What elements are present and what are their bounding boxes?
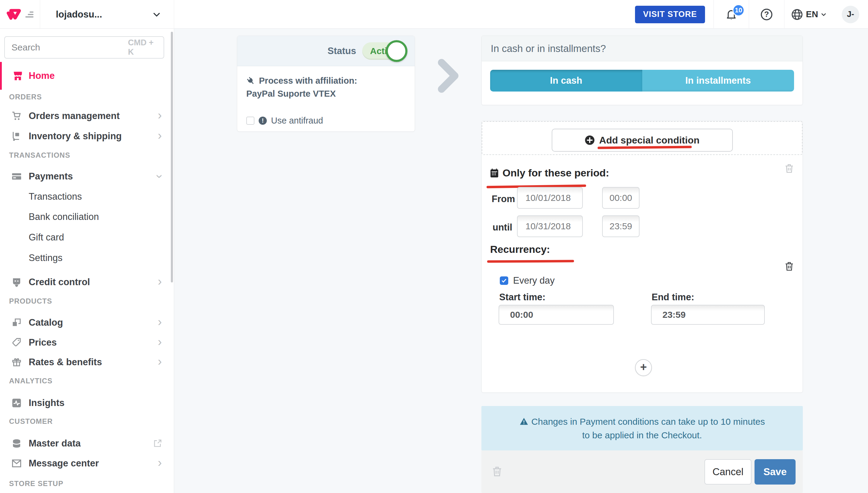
every-day-row: Every day: [500, 275, 555, 286]
external-link-icon: [153, 438, 162, 448]
warning-icon: [519, 417, 528, 426]
chevron-right-icon: ›: [158, 336, 162, 348]
section-label-products: PRODUCTS: [9, 297, 52, 305]
cancel-button[interactable]: Cancel: [704, 459, 752, 485]
payment-mode-tabs: In cash In installments: [490, 70, 794, 91]
globe-icon: [791, 8, 803, 21]
chevron-right-icon: ›: [158, 456, 162, 469]
section-label-customer: CUSTOMER: [9, 417, 53, 426]
sidebar-item-label: Inventory & shipping: [29, 131, 122, 142]
vtex-logo[interactable]: [0, 0, 40, 29]
chevron-right-icon: ›: [158, 316, 162, 328]
sidebar-item-inventory-shipping[interactable]: Inventory & shipping ›: [0, 127, 174, 146]
sidebar-item-transactions[interactable]: Transactions: [0, 187, 174, 206]
language-code: EN: [806, 9, 818, 19]
sidebar-item-label: Rates & benefits: [29, 357, 102, 368]
chevron-right-icon: [436, 58, 461, 94]
sidebar-item-master-data[interactable]: Master data: [0, 434, 174, 453]
insights-icon: [11, 397, 22, 409]
sidebar-item-label: Transactions: [29, 191, 82, 202]
sidebar-item-settings[interactable]: Settings: [0, 249, 174, 267]
sidebar-item-label: Gift card: [29, 232, 64, 243]
handtruck-icon: [11, 130, 22, 142]
sidebar-item-rates-benefits[interactable]: Rates & benefits ›: [0, 353, 174, 371]
chevron-right-icon: ›: [158, 275, 162, 287]
chevron-right-icon: ›: [158, 129, 162, 142]
every-day-label: Every day: [513, 275, 555, 286]
delete-recurrency-button[interactable]: [784, 261, 795, 273]
status-toggle[interactable]: Active: [362, 42, 405, 60]
sidebar-scrollbar[interactable]: [171, 32, 173, 282]
tab-in-installments[interactable]: In installments: [642, 70, 794, 91]
gift-icon: [11, 357, 22, 368]
tab-in-cash[interactable]: In cash: [490, 70, 642, 91]
from-label: From: [492, 194, 515, 205]
store-selector[interactable]: lojadosu...: [40, 0, 174, 29]
check-icon: [501, 278, 507, 284]
sidebar-item-catalog[interactable]: Catalog ›: [0, 313, 174, 332]
sidebar-item-payments[interactable]: Payments ›: [0, 167, 174, 186]
user-avatar[interactable]: J-: [842, 6, 859, 23]
save-button[interactable]: Save: [755, 459, 796, 485]
sidebar-search: CMD + K: [4, 36, 164, 59]
method-card-header: Status Active: [237, 36, 415, 66]
sidebar-item-credit-control[interactable]: Credit control ›: [0, 273, 174, 292]
section-label-orders: ORDERS: [9, 93, 42, 101]
affiliation-title: Process with affiliation:: [259, 76, 357, 86]
topbar: lojadosu... VISIT STORE 10 ?: [0, 0, 868, 29]
catalog-icon: [11, 317, 22, 328]
vtex-logo-icon: [6, 7, 24, 21]
antifraud-checkbox[interactable]: [246, 116, 254, 125]
cart-icon: [11, 110, 22, 122]
main-content: Status Active Process with affiliation: …: [174, 29, 868, 493]
every-day-checkbox[interactable]: [500, 276, 508, 285]
sidebar-item-orders-management[interactable]: Orders management ›: [0, 107, 174, 125]
store-home-icon: [12, 70, 24, 82]
calendar-icon: [489, 168, 500, 178]
carousel-next-button[interactable]: [436, 58, 461, 94]
add-special-condition-button[interactable]: Add special condition: [552, 129, 733, 152]
active-indicator: [0, 62, 2, 90]
sidebar-item-message-center[interactable]: Message center ›: [0, 454, 174, 473]
sidebar-item-label: Message center: [29, 458, 99, 469]
visit-store-button[interactable]: VISIT STORE: [635, 6, 705, 23]
add-recurrency-button[interactable]: +: [635, 359, 652, 376]
sidebar-item-bank-conciliation[interactable]: Bank conciliation: [0, 208, 174, 226]
conditions-panel: In cash or in installments? In cash In i…: [481, 36, 803, 493]
end-time-input[interactable]: [651, 305, 765, 325]
sidebar-item-gift-card[interactable]: Gift card: [0, 228, 174, 247]
end-time-label: End time:: [652, 292, 694, 303]
until-time-input[interactable]: [602, 215, 640, 237]
help-button[interactable]: ?: [749, 0, 784, 29]
sidebar-item-label: Credit control: [29, 277, 90, 287]
sidebar-item-prices[interactable]: Prices ›: [0, 333, 174, 352]
credit-control-icon: [11, 276, 22, 288]
sidebar-item-home[interactable]: Home: [0, 62, 174, 90]
red-underline-annotation: [597, 146, 691, 149]
search-input[interactable]: [12, 42, 128, 52]
special-conditions-card: Add special condition Only for these per…: [481, 121, 803, 393]
section-label-store-setup: STORE SETUP: [9, 479, 63, 488]
until-date-input[interactable]: [517, 215, 583, 237]
delete-period-condition-button[interactable]: [784, 163, 795, 175]
sidebar-item-label: Settings: [29, 253, 63, 263]
sidebar-item-label: Orders management: [29, 111, 120, 122]
period-title: Only for these period:: [503, 167, 609, 179]
chevron-down-icon: ›: [154, 174, 166, 178]
recurrency-title: Recurrency:: [490, 243, 550, 255]
sidebar-item-insights[interactable]: Insights: [0, 393, 174, 412]
toggle-knob: [386, 40, 407, 62]
panel-footer: Cancel Save: [481, 450, 803, 493]
antifraud-label: Use antifraud: [271, 116, 323, 126]
red-underline-annotation: [487, 260, 574, 263]
start-time-input[interactable]: [499, 305, 614, 325]
language-selector[interactable]: EN: [784, 0, 833, 29]
from-time-input[interactable]: [602, 187, 640, 209]
delete-rule-button[interactable]: [491, 465, 503, 478]
notifications-button[interactable]: 10: [713, 0, 749, 29]
sidebar-item-label: Prices: [29, 337, 57, 348]
from-date-input[interactable]: [517, 187, 583, 209]
sidebar-item-label: Insights: [29, 398, 65, 408]
payment-method-card: Status Active Process with affiliation: …: [237, 36, 415, 132]
tag-icon: [11, 337, 22, 348]
